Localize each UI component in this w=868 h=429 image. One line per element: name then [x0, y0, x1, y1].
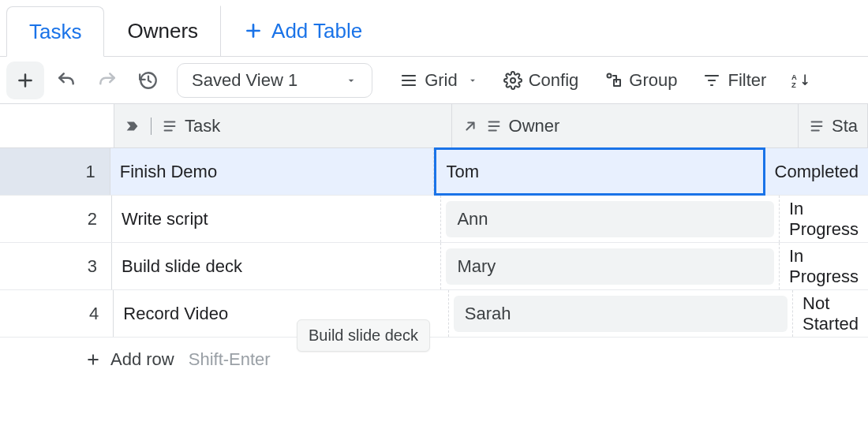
table-row[interactable]: 2Write scriptAnnIn Progress	[0, 196, 868, 243]
grid-label: Grid	[425, 70, 458, 91]
add-row-button[interactable]: Add row Shift-Enter	[0, 338, 868, 382]
svg-text:A: A	[791, 73, 797, 81]
owner-chip[interactable]: Ann	[446, 201, 774, 237]
column-header-task[interactable]: Task	[114, 104, 451, 147]
sort-az-icon: AZ	[791, 71, 810, 90]
cell-owner[interactable]: Sarah	[449, 290, 793, 337]
text-lines-icon	[161, 118, 178, 135]
column-label: Owner	[509, 116, 560, 136]
text-lines-icon	[808, 118, 825, 135]
add-table-label: Add Table	[271, 19, 362, 43]
filter-label: Filter	[728, 70, 766, 91]
plus-icon	[15, 70, 36, 91]
group-icon	[604, 71, 623, 90]
plus-icon	[243, 21, 264, 41]
row-number[interactable]: 2	[0, 196, 112, 242]
undo-button[interactable]	[47, 62, 85, 99]
column-header-owner[interactable]: Owner	[452, 104, 799, 147]
cell-owner[interactable]: Ann	[441, 196, 780, 242]
tab-tasks[interactable]: Tasks	[6, 6, 104, 57]
pin-chevron-icon	[124, 118, 141, 135]
column-label: Task	[185, 116, 220, 136]
svg-point-1	[608, 73, 612, 77]
history-icon	[138, 70, 159, 91]
group-label: Group	[629, 70, 677, 91]
row-number-header	[0, 104, 114, 147]
text-lines-icon	[485, 118, 503, 135]
column-label: Sta	[832, 116, 858, 136]
filter-icon	[702, 71, 721, 90]
add-table-button[interactable]: Add Table	[221, 6, 384, 56]
caret-down-icon	[467, 75, 478, 86]
cell-task[interactable]: Finish Demo	[110, 148, 434, 195]
pin-separator	[151, 118, 152, 135]
svg-point-0	[511, 78, 515, 83]
cell-status[interactable]: In Progress	[780, 196, 868, 242]
tab-bar: Tasks Owners Add Table	[0, 0, 868, 57]
table-body: 1Finish DemoTomCompleted2Write scriptAnn…	[0, 148, 868, 338]
gear-icon	[503, 71, 522, 90]
cell-task[interactable]: Record Video	[114, 290, 449, 337]
cell-task[interactable]: Write script	[112, 196, 441, 242]
owner-value: Tom	[434, 148, 492, 195]
config-control[interactable]: Config	[492, 63, 590, 98]
redo-icon	[97, 70, 118, 91]
config-label: Config	[529, 70, 579, 91]
cell-status[interactable]: Completed	[765, 148, 868, 195]
svg-text:Z: Z	[791, 80, 796, 89]
add-row-label: Add row	[110, 349, 174, 370]
row-number[interactable]: 3	[0, 243, 112, 289]
history-button[interactable]	[129, 62, 167, 99]
caret-down-icon	[345, 74, 357, 87]
group-control[interactable]: Group	[593, 63, 688, 98]
redo-button[interactable]	[88, 62, 126, 99]
cell-owner[interactable]: Mary	[441, 243, 780, 289]
saved-view-label: Saved View 1	[192, 70, 297, 91]
table-row[interactable]: 4Record VideoSarahNot Started	[0, 290, 868, 338]
add-button[interactable]	[6, 62, 44, 99]
cell-task[interactable]: Build slide deck	[112, 243, 441, 289]
row-number[interactable]: 4	[0, 290, 114, 337]
cell-status[interactable]: Not Started	[793, 290, 868, 337]
table-row[interactable]: 3Build slide deckMaryIn Progress	[0, 243, 868, 290]
cell-status[interactable]: In Progress	[780, 243, 868, 289]
table-row[interactable]: 1Finish DemoTomCompleted	[0, 148, 868, 196]
owner-chip[interactable]: Sarah	[454, 296, 788, 332]
sort-control[interactable]: AZ	[780, 63, 821, 98]
add-row-hint: Shift-Enter	[189, 349, 271, 370]
saved-view-dropdown[interactable]: Saved View 1	[177, 63, 372, 98]
grid-lines-icon	[399, 71, 418, 90]
cell-owner[interactable]: Tom	[434, 148, 765, 195]
layout-grid-control[interactable]: Grid	[388, 63, 489, 98]
column-header-status[interactable]: Sta	[799, 104, 868, 147]
lookup-arrow-icon	[462, 118, 479, 135]
row-number[interactable]: 1	[0, 148, 110, 195]
table-header: Task Owner Sta	[0, 104, 868, 148]
tab-owners[interactable]: Owners	[104, 6, 221, 56]
owner-chip[interactable]: Mary	[446, 248, 774, 285]
plus-icon	[85, 352, 101, 367]
filter-control[interactable]: Filter	[691, 63, 777, 98]
undo-icon	[56, 70, 77, 91]
toolbar: Saved View 1 Grid Config Group Filter AZ	[0, 57, 868, 104]
